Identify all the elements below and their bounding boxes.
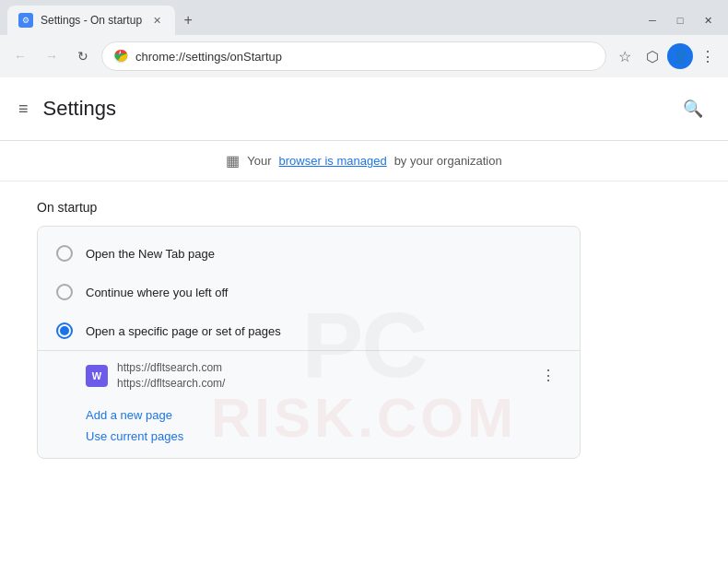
toolbar: ← → ↻ chrome://settings/onStartup ☆ ⬡ 👤 … xyxy=(0,35,728,77)
section-title: On startup xyxy=(37,200,691,215)
extensions-button[interactable]: ⬡ xyxy=(640,43,665,69)
minimize-button[interactable]: ─ xyxy=(640,9,665,31)
active-tab[interactable]: ⚙ Settings - On startup ✕ xyxy=(7,6,175,35)
page-title: Settings xyxy=(43,97,676,121)
managed-banner: ▦ Your browser is managed by your organi… xyxy=(0,141,728,181)
tab-title: Settings - On startup xyxy=(41,14,142,27)
option-new-tab[interactable]: Open the New Tab page xyxy=(38,234,580,273)
startup-options-card: Open the New Tab page Continue where you… xyxy=(37,226,581,459)
settings-page: ≡ Settings 🔍 ▦ Your browser is managed b… xyxy=(0,77,728,562)
radio-continue[interactable] xyxy=(56,284,73,300)
refresh-button[interactable]: ↻ xyxy=(70,43,96,69)
toolbar-icons: ☆ ⬡ 👤 ⋮ xyxy=(612,43,721,69)
sidebar-menu-button[interactable]: ≡ xyxy=(18,100,29,119)
radio-dot xyxy=(60,326,69,335)
radio-specific[interactable] xyxy=(56,322,73,339)
tab-favicon: ⚙ xyxy=(18,13,33,28)
url-favicon: W xyxy=(86,365,108,387)
url-entry: W https://dfltsearch.com https://dfltsea… xyxy=(38,351,580,401)
address-bar-container[interactable]: chrome://settings/onStartup xyxy=(101,41,606,71)
option-continue-label: Continue where you left off xyxy=(86,286,228,299)
bookmark-button[interactable]: ☆ xyxy=(612,43,638,69)
maximize-button[interactable]: □ xyxy=(667,9,693,31)
tab-strip: ⚙ Settings - On startup ✕ + xyxy=(7,6,632,35)
managed-text-after: by your organization xyxy=(394,154,502,168)
close-window-button[interactable]: ✕ xyxy=(695,9,721,31)
content-area: PC RISK.COM On startup Open the New Tab … xyxy=(0,181,728,562)
action-links: Add a new page Use current pages xyxy=(38,401,580,451)
title-bar: ⚙ Settings - On startup ✕ + ─ □ ✕ xyxy=(0,0,728,35)
option-specific-label: Open a specific page or set of pages xyxy=(86,324,281,338)
managed-browser-link[interactable]: browser is managed xyxy=(279,154,387,168)
url-menu-button[interactable]: ⋮ xyxy=(535,363,561,389)
chrome-logo-icon xyxy=(113,49,128,64)
forward-button[interactable]: → xyxy=(39,43,65,69)
managed-text-before: Your xyxy=(247,154,271,168)
option-continue[interactable]: Continue where you left off xyxy=(38,273,580,311)
profile-button[interactable]: 👤 xyxy=(667,43,693,69)
window-controls: ─ □ ✕ xyxy=(632,6,728,31)
add-new-page-link[interactable]: Add a new page xyxy=(86,408,561,422)
browser-window: ⚙ Settings - On startup ✕ + ─ □ ✕ ← → ↻ xyxy=(0,0,728,562)
address-text: chrome://settings/onStartup xyxy=(135,50,594,64)
url-line-2: https://dfltsearch.com/ xyxy=(117,376,526,392)
url-line-1: https://dfltsearch.com xyxy=(117,360,526,376)
use-current-pages-link[interactable]: Use current pages xyxy=(86,429,561,443)
new-tab-button[interactable]: + xyxy=(175,7,201,33)
option-new-tab-label: Open the New Tab page xyxy=(86,247,215,261)
tab-close-button[interactable]: ✕ xyxy=(149,13,164,28)
url-texts: https://dfltsearch.com https://dfltsearc… xyxy=(117,360,526,392)
option-specific[interactable]: Open a specific page or set of pages xyxy=(38,311,580,350)
page-header: ≡ Settings 🔍 xyxy=(0,77,728,141)
settings-search-button[interactable]: 🔍 xyxy=(676,92,710,125)
back-button[interactable]: ← xyxy=(7,43,33,69)
radio-new-tab[interactable] xyxy=(56,245,73,262)
managed-icon: ▦ xyxy=(226,152,240,170)
chrome-menu-button[interactable]: ⋮ xyxy=(695,43,721,69)
